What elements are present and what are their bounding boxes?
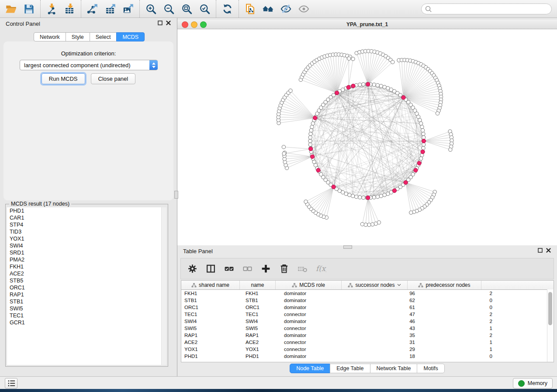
table-scrollbar[interactable]	[547, 289, 554, 362]
run-mcds-button[interactable]: Run MCDS	[42, 73, 85, 84]
table-row[interactable]: SWI4SWI4dominator462	[181, 318, 554, 325]
control-panel-title: Control Panel	[6, 21, 40, 27]
cell-name: SWI4	[242, 318, 281, 325]
cell-predecessor-nodes: 0	[419, 353, 496, 360]
table-row[interactable]: FKH1FKH1dominator962	[181, 290, 554, 297]
vertical-splitter-handle[interactable]	[174, 191, 178, 199]
mcds-node-item[interactable]: GCR1	[7, 319, 166, 326]
cell-MCDS-role: dominator	[281, 353, 349, 360]
tab-edge-table[interactable]: Edge Table	[330, 364, 370, 373]
close-panel-icon[interactable]	[166, 21, 171, 25]
zoom-out-button[interactable]	[160, 1, 178, 17]
export-table-button[interactable]	[101, 1, 119, 17]
table-row[interactable]: YOX1YOX1connector291	[181, 346, 554, 353]
cell-predecessor-nodes: 1	[419, 346, 496, 353]
search-input[interactable]	[432, 5, 551, 14]
tab-mcds[interactable]: MCDS	[116, 32, 145, 41]
table-row[interactable]: STB1STB1dominator620	[181, 297, 554, 304]
mcds-node-item[interactable]: STP4	[7, 221, 166, 228]
tab-style[interactable]: Style	[66, 32, 90, 41]
mcds-node-item[interactable]: RAP1	[7, 291, 166, 298]
column-header-shared-name[interactable]: shared name	[181, 281, 240, 289]
close-table-panel-icon[interactable]	[546, 248, 551, 253]
table-row[interactable]: ORC1ORC1dominator610	[181, 304, 554, 311]
column-header-successor-nodes[interactable]: successor nodes	[342, 281, 408, 289]
column-header-predecessor-nodes[interactable]: predecessor nodes	[408, 281, 481, 289]
tab-select[interactable]: Select	[90, 32, 117, 41]
split-columns-button[interactable]	[204, 261, 218, 277]
open-button[interactable]	[2, 1, 20, 17]
mcds-node-item[interactable]: STB1	[7, 298, 166, 305]
mcds-node-item[interactable]: TID3	[7, 228, 166, 235]
select-all-rows-button[interactable]	[222, 261, 236, 277]
cell-shared-name: PHD1	[181, 353, 242, 360]
table-row[interactable]: TEC1TEC1connector472	[181, 311, 554, 318]
mcds-node-item[interactable]: SRD1	[7, 249, 166, 256]
network-window-titlebar[interactable]: YPA_prune.txt_1	[177, 20, 557, 29]
table-row[interactable]: PHD1PHD1dominator180	[181, 353, 554, 360]
table-mode-gear-button[interactable]	[185, 261, 200, 277]
zoom-selected-icon	[199, 3, 211, 15]
tab-node-table[interactable]: Node Table	[290, 364, 330, 373]
criterion-value: largest connected component (undirected)	[20, 62, 149, 69]
mcds-node-item[interactable]: ORC1	[7, 284, 166, 291]
mcds-node-item[interactable]: YOX1	[7, 235, 166, 242]
table-panel: Table Panel f(x) shared namenameMCDS rol…	[177, 245, 557, 376]
import-network-button[interactable]	[43, 1, 61, 17]
save-icon	[23, 3, 35, 15]
mcds-node-item[interactable]: STB5	[7, 277, 166, 284]
table-row[interactable]: SWI5SWI5connector431	[181, 325, 554, 332]
export-image-button[interactable]	[119, 1, 137, 17]
mcds-node-item[interactable]: PHD1	[7, 207, 166, 214]
tab-network-table[interactable]: Network Table	[370, 364, 418, 373]
float-panel-icon[interactable]	[158, 21, 163, 25]
tab-motifs[interactable]: Motifs	[417, 364, 444, 373]
cell-MCDS-role: dominator	[281, 304, 349, 311]
zoom-in-button[interactable]	[142, 1, 160, 17]
column-header-name[interactable]: name	[240, 281, 276, 289]
search-box[interactable]	[421, 3, 552, 14]
refresh-button[interactable]	[218, 1, 236, 17]
cell-successor-nodes: 18	[349, 353, 419, 360]
mcds-node-item[interactable]: CAR1	[7, 214, 166, 221]
cell-name: ORC1	[242, 304, 281, 311]
table-row[interactable]: RAP1RAP1dominator352	[181, 332, 554, 339]
horizontal-splitter-handle[interactable]	[343, 245, 352, 249]
export-network-button[interactable]	[83, 1, 101, 17]
float-table-panel-icon[interactable]	[538, 248, 543, 253]
column-header-MCDS-role[interactable]: MCDS role	[276, 281, 342, 289]
mcds-result-list[interactable]: PHD1CAR1STP4TID3YOX1SWI4SRD1PMA2FKH1ACE2…	[7, 207, 166, 365]
import-table-button[interactable]	[61, 1, 79, 17]
criterion-dropdown[interactable]: largest connected component (undirected)	[20, 60, 158, 70]
zoom-fit-button[interactable]	[178, 1, 196, 17]
network-canvas[interactable]	[177, 29, 557, 245]
first-neighbors-button[interactable]	[259, 1, 277, 17]
delete-table-button	[295, 261, 310, 277]
table-row[interactable]: ACE2ACE2connector311	[181, 339, 554, 346]
control-panel-tabs: NetworkStyleSelectMCDS	[34, 32, 145, 41]
deselect-all-rows-button[interactable]	[240, 261, 255, 277]
tab-network[interactable]: Network	[34, 32, 66, 41]
cell-successor-nodes: 46	[349, 318, 419, 325]
console-button[interactable]	[5, 378, 17, 389]
mcds-node-item[interactable]: ACE2	[7, 270, 166, 277]
zoom-selected-button[interactable]	[196, 1, 214, 17]
network-graph[interactable]	[177, 29, 557, 245]
save-button[interactable]	[20, 1, 38, 17]
show-all-button[interactable]	[295, 1, 313, 17]
cell-name: YOX1	[242, 346, 281, 353]
delete-columns-button[interactable]	[277, 261, 291, 277]
add-column-button[interactable]	[259, 261, 273, 277]
mcds-node-item[interactable]: SWI4	[7, 242, 166, 249]
mcds-node-item[interactable]: SWI5	[7, 305, 166, 312]
mcds-node-item[interactable]: FKH1	[7, 263, 166, 270]
mcds-node-item[interactable]: PMA2	[7, 256, 166, 263]
close-panel-button[interactable]: Close panel	[91, 73, 136, 84]
mcds-node-item[interactable]: TEC1	[7, 312, 166, 319]
table-scrollbar-thumb[interactable]	[548, 292, 552, 325]
hide-selected-button[interactable]	[277, 1, 295, 17]
memory-button[interactable]: Memory	[513, 378, 553, 389]
clone-network-button[interactable]	[241, 1, 259, 17]
mcds-result-title: MCDS result (17 nodes)	[9, 201, 71, 207]
mcds-list-scrollbar[interactable]	[161, 207, 166, 365]
